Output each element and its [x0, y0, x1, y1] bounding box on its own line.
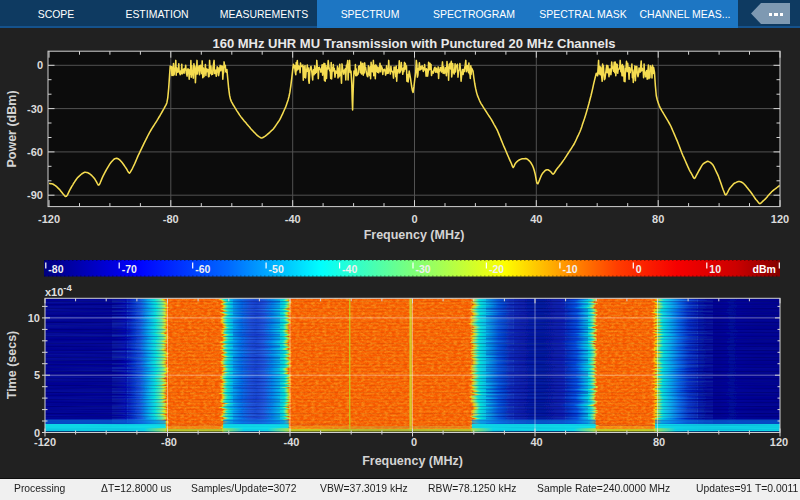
svg-text:0: 0 — [636, 263, 642, 275]
svg-text:80: 80 — [653, 436, 665, 448]
svg-text:-30: -30 — [416, 263, 431, 275]
svg-text:5: 5 — [34, 369, 40, 381]
svg-text:Time (secs): Time (secs) — [5, 331, 19, 400]
svg-text:0: 0 — [411, 213, 417, 225]
svg-text:-80: -80 — [48, 263, 63, 275]
svg-text:10: 10 — [709, 263, 721, 275]
svg-text:-10: -10 — [562, 263, 577, 275]
svg-text:-30: -30 — [27, 103, 43, 115]
svg-text:-60: -60 — [27, 146, 43, 158]
svg-text:dBm: dBm — [753, 263, 776, 275]
svg-text:-120: -120 — [34, 436, 56, 448]
svg-text:-60: -60 — [195, 263, 210, 275]
svg-text:-80: -80 — [163, 213, 179, 225]
svg-text:Power (dBm): Power (dBm) — [5, 90, 19, 167]
svg-text:Frequency (MHz): Frequency (MHz) — [362, 454, 463, 468]
svg-text:0: 0 — [37, 59, 43, 71]
svg-text:40: 40 — [530, 213, 542, 225]
svg-text:-40: -40 — [342, 263, 357, 275]
svg-text:x10-4: x10-4 — [45, 282, 73, 299]
svg-text:-50: -50 — [269, 263, 284, 275]
svg-text:Frequency (MHz): Frequency (MHz) — [364, 228, 465, 242]
svg-text:120: 120 — [770, 436, 788, 448]
svg-text:160 MHz UHR MU Transmission wi: 160 MHz UHR MU Transmission with Punctur… — [212, 36, 615, 51]
svg-text:-80: -80 — [161, 436, 177, 448]
svg-text:80: 80 — [652, 213, 664, 225]
svg-text:0: 0 — [411, 436, 417, 448]
svg-text:-40: -40 — [285, 213, 301, 225]
svg-text:-20: -20 — [489, 263, 504, 275]
svg-text:-90: -90 — [27, 189, 43, 201]
svg-text:10: 10 — [28, 312, 40, 324]
svg-text:40: 40 — [530, 436, 542, 448]
svg-text:-120: -120 — [38, 213, 60, 225]
svg-text:-70: -70 — [122, 263, 137, 275]
svg-text:-40: -40 — [284, 436, 300, 448]
svg-text:120: 120 — [771, 213, 789, 225]
